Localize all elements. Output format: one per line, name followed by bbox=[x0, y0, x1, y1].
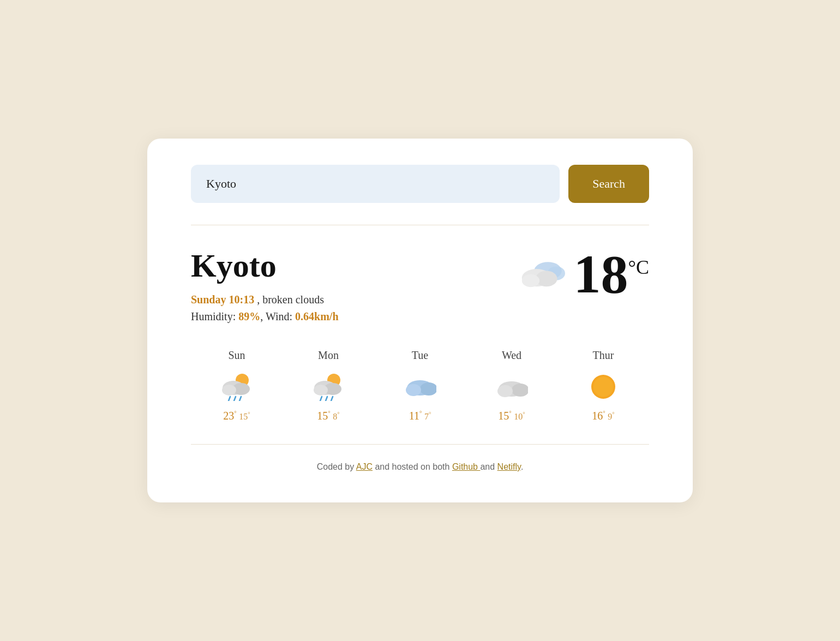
forecast-icon-2 bbox=[374, 370, 466, 403]
forecast-high-1: 15° bbox=[317, 410, 330, 422]
forecast-day-name-3: Wed bbox=[466, 349, 557, 362]
forecast-temps-2: 11° 7° bbox=[374, 410, 466, 422]
wind-value: 0.64km/h bbox=[295, 310, 338, 322]
forecast-temps-1: 15° 8° bbox=[283, 410, 374, 422]
footer-text-and: and bbox=[480, 462, 497, 471]
svg-point-8 bbox=[222, 385, 236, 396]
search-button[interactable]: Search bbox=[568, 165, 649, 203]
svg-line-10 bbox=[234, 397, 236, 401]
forecast-day-3: Wed 15° 10° bbox=[466, 349, 557, 422]
footer-link-github[interactable]: Github bbox=[452, 462, 481, 471]
forecast-low-4: 9° bbox=[608, 412, 614, 421]
forecast-icon-3 bbox=[466, 370, 557, 403]
svg-point-15 bbox=[314, 385, 328, 396]
weather-day-time: Sunday 10:13 bbox=[191, 293, 257, 305]
footer-text-end: . bbox=[521, 462, 523, 471]
forecast-icon-0 bbox=[191, 370, 283, 403]
weather-description: , broken clouds bbox=[257, 293, 324, 305]
forecast-day-2: Tue 11° 7° bbox=[374, 349, 466, 422]
forecast-high-3: 15° bbox=[498, 410, 511, 422]
forecast-high-2: 11° bbox=[409, 410, 422, 422]
footer-link-ajc[interactable]: AJC bbox=[356, 462, 373, 471]
footer-text-middle: and hosted on both bbox=[373, 462, 452, 471]
forecast-low-3: 10° bbox=[514, 412, 525, 421]
forecast-low-1: 8° bbox=[333, 412, 339, 421]
weather-time: Sunday 10:13 , broken clouds bbox=[191, 293, 339, 306]
divider-top bbox=[191, 225, 649, 225]
weather-right: 18°C bbox=[516, 247, 649, 302]
forecast-temps-3: 15° 10° bbox=[466, 410, 557, 422]
svg-point-21 bbox=[406, 384, 421, 396]
weather-main: Kyoto Sunday 10:13 , broken clouds Humid… bbox=[191, 247, 649, 323]
temperature-display: 18°C bbox=[574, 247, 649, 302]
forecast-day-name-1: Mon bbox=[283, 349, 374, 362]
forecast-day-0: Sun 23° 15° bbox=[191, 349, 283, 422]
footer-link-netlify[interactable]: Netifly bbox=[497, 462, 521, 471]
forecast-high-0: 23° bbox=[223, 410, 236, 422]
temp-unit: °C bbox=[628, 256, 649, 278]
forecast-low-2: 7° bbox=[424, 412, 431, 421]
footer-text-before: Coded by bbox=[317, 462, 356, 471]
forecast-day-name-0: Sun bbox=[191, 349, 283, 362]
divider-bottom bbox=[191, 444, 649, 445]
svg-line-11 bbox=[239, 397, 241, 401]
forecast-temps-4: 16° 9° bbox=[557, 410, 649, 422]
forecast-icon-4 bbox=[557, 370, 649, 403]
svg-point-4 bbox=[521, 274, 539, 287]
forecast-day-4: Thur 16° 9° bbox=[557, 349, 649, 422]
search-input[interactable] bbox=[191, 165, 560, 203]
weather-details: Humidity: 89%, Wind: 0.64km/h bbox=[191, 310, 339, 323]
forecast-icon-1 bbox=[283, 370, 374, 403]
forecast-day-1: Mon 15° 8° bbox=[283, 349, 374, 422]
svg-point-24 bbox=[497, 385, 513, 397]
forecast-low-0: 15° bbox=[239, 412, 250, 421]
svg-point-26 bbox=[593, 377, 613, 397]
svg-line-16 bbox=[320, 397, 322, 401]
humidity-value: 89% bbox=[238, 310, 260, 322]
forecast-row: Sun 23° 15° bbox=[191, 349, 649, 422]
forecast-high-4: 16° bbox=[592, 410, 605, 422]
footer: Coded by AJC and hosted on both Github a… bbox=[191, 462, 649, 472]
svg-line-9 bbox=[229, 397, 230, 401]
svg-line-18 bbox=[331, 397, 333, 401]
forecast-temps-0: 23° 15° bbox=[191, 410, 283, 422]
main-weather-icon bbox=[516, 254, 565, 295]
search-row: Search bbox=[191, 165, 649, 203]
forecast-day-name-4: Thur bbox=[557, 349, 649, 362]
forecast-day-name-2: Tue bbox=[374, 349, 466, 362]
city-name: Kyoto bbox=[191, 247, 339, 285]
weather-card: Search Kyoto Sunday 10:13 , broken cloud… bbox=[147, 139, 693, 502]
svg-line-17 bbox=[326, 397, 327, 401]
weather-left: Kyoto Sunday 10:13 , broken clouds Humid… bbox=[191, 247, 339, 323]
